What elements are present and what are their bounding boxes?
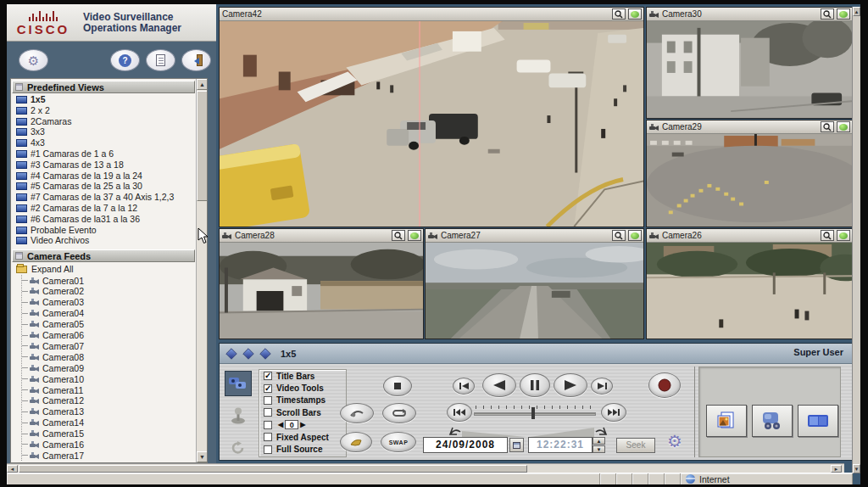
zoom-tool-button[interactable] (612, 8, 626, 20)
checkbox[interactable] (264, 445, 272, 454)
stop-button[interactable] (383, 376, 412, 396)
scrollbar-thumb[interactable] (197, 91, 208, 201)
camera-tree-item[interactable]: Camera02 (22, 286, 196, 297)
camera-tree-item[interactable]: Camera12 (22, 395, 196, 406)
horizontal-scrollbar[interactable]: ◄ ► (7, 463, 844, 473)
checkbox[interactable] (264, 433, 272, 441)
camera-video-camera42[interactable] (220, 21, 643, 227)
calendar-button[interactable] (509, 438, 524, 452)
record-button[interactable] (648, 372, 681, 398)
date-field[interactable]: 24/09/2008 (423, 437, 508, 453)
help-button[interactable]: ? (110, 49, 140, 71)
camera-title-bar[interactable]: Camera26 (647, 229, 852, 243)
audio-button[interactable] (340, 432, 372, 452)
predefined-view-item[interactable]: 2Camaras (11, 116, 196, 127)
stream-status-button[interactable] (628, 230, 642, 241)
predefined-view-item[interactable]: #6 Camaras de la31 a la 36 (11, 214, 196, 225)
loop-button[interactable] (382, 403, 416, 423)
stream-status-button[interactable] (628, 8, 642, 20)
camera-title-bar[interactable]: Camera29 (647, 120, 852, 134)
checkbox[interactable] (264, 421, 272, 429)
stream-status-button[interactable] (837, 230, 850, 241)
zoom-tool-button[interactable] (821, 8, 834, 20)
spinner-right-icon[interactable]: ▶ (300, 421, 305, 428)
checkbox[interactable] (264, 372, 272, 380)
settings-button[interactable]: ⚙ (19, 49, 48, 71)
step-back-button[interactable] (453, 378, 475, 395)
camera-title-bar[interactable]: Camera28 (220, 229, 423, 243)
camera-tree-item[interactable]: Camera08 (22, 351, 196, 362)
ptz-joystick-button[interactable] (225, 403, 252, 428)
camera-tile-camera29[interactable]: Camera29 (646, 120, 853, 227)
snapshot-image-button[interactable] (706, 405, 747, 437)
predefined-view-item[interactable]: #3 Camaras de 13 a 18 (11, 160, 196, 171)
predefined-view-item[interactable]: #1 Camaras de 1 a 6 (11, 148, 196, 160)
zoom-tool-button[interactable] (392, 230, 405, 241)
camera-tree-item[interactable]: Camera03 (22, 297, 196, 308)
jump-end-button[interactable] (601, 403, 626, 422)
hscrollbar-thumb[interactable] (19, 465, 527, 473)
jump-start-button[interactable] (447, 403, 472, 422)
play-button[interactable] (554, 373, 587, 397)
option-video-tools[interactable]: Video Tools (259, 382, 346, 394)
predefined-view-item[interactable]: #7 Camaras de la 37 a 40 Axis 1,2,3 (11, 192, 196, 203)
checkbox[interactable] (264, 408, 272, 417)
option-fixed-aspect[interactable]: Fixed Aspect (259, 431, 346, 443)
scroll-up-icon[interactable]: ▲ (853, 7, 860, 16)
pan-left-right-icon[interactable] (225, 348, 237, 360)
option-scroll-bars[interactable]: Scroll Bars (259, 406, 346, 418)
camera-tree-item[interactable]: Camera13 (22, 406, 196, 417)
checkbox[interactable] (264, 396, 272, 405)
logout-button[interactable] (181, 49, 211, 71)
expand-all-item[interactable]: Expand All (11, 263, 196, 275)
camera-tree-item[interactable]: Camera17 (22, 450, 196, 461)
scroll-right-icon[interactable]: ► (831, 465, 842, 473)
predefined-view-item[interactable]: Video Archivos (11, 235, 196, 246)
spinner-left-icon[interactable]: ◀ (278, 421, 283, 428)
option-full-source[interactable]: Full Source (259, 443, 346, 455)
sidebar-scrollbar[interactable]: ▲ ▼ (196, 79, 207, 462)
stream-status-button[interactable] (837, 121, 850, 132)
pan-up-down-icon[interactable] (242, 348, 254, 360)
scroll-down-icon[interactable]: ▼ (853, 464, 860, 473)
main-vertical-scrollbar[interactable]: ▲ ▼ (852, 7, 860, 473)
predefined-view-item[interactable]: 4x3 (11, 137, 196, 148)
predefined-views-header[interactable]: Predefined Views (12, 81, 195, 93)
option-title-bars[interactable]: Title Bars (259, 370, 346, 382)
camera-video-camera27[interactable] (426, 243, 643, 339)
time-field[interactable]: 12:22:31 (528, 437, 593, 453)
pan-center-icon[interactable] (259, 348, 271, 360)
camera-tile-camera28[interactable]: Camera28 (219, 228, 424, 339)
predefined-view-item[interactable]: #5 Camaras de la 25 a la 30 (11, 181, 196, 192)
scroll-down-icon[interactable]: ▼ (197, 451, 208, 462)
option-timestamps[interactable]: Timestamps (259, 395, 346, 406)
zoom-tool-button[interactable] (821, 121, 834, 132)
time-spinner[interactable]: ▲ ▼ (593, 437, 605, 453)
camera-video-camera28[interactable] (220, 243, 423, 339)
camera-video-camera26[interactable] (647, 243, 852, 339)
camera-tree-item[interactable]: Camera04 (22, 308, 196, 319)
camera-tree-item[interactable]: Camera06 (22, 330, 196, 341)
reports-button[interactable] (146, 49, 175, 71)
camera-tile-camera30[interactable]: Camera30 (646, 7, 853, 119)
advanced-settings-button[interactable]: ⚙ (667, 431, 682, 451)
camera-tile-camera26[interactable]: Camera26 (646, 228, 853, 339)
spinner-up-icon[interactable]: ▲ (593, 437, 605, 445)
stream-status-button[interactable] (837, 8, 850, 20)
video-clip-button[interactable] (798, 405, 838, 437)
swap-button[interactable]: SWAP (381, 432, 416, 452)
camera-tree-item[interactable]: Camera05 (22, 319, 196, 330)
predefined-view-item[interactable]: 1x5 (11, 94, 196, 105)
camera-tree-item[interactable]: Camera15 (22, 428, 196, 439)
camera-video-camera29[interactable] (647, 134, 852, 227)
camera-tree-item[interactable]: Camera07 (22, 341, 196, 352)
predefined-view-item[interactable]: #4 Camaras de la 19 a la 24 (11, 171, 196, 182)
checkbox[interactable] (264, 384, 272, 393)
predefined-view-item[interactable]: 2 x 2 (11, 105, 196, 116)
camera-title-bar[interactable]: Camera27 (426, 229, 643, 243)
camera-tile-camera42[interactable]: Camera42 (219, 7, 644, 227)
camera-tree-item[interactable]: Camera14 (22, 417, 196, 428)
camera-tree-item[interactable]: Camera16 (22, 439, 196, 451)
spinner-down-icon[interactable]: ▼ (593, 445, 605, 453)
zoom-tool-button[interactable] (612, 230, 626, 241)
